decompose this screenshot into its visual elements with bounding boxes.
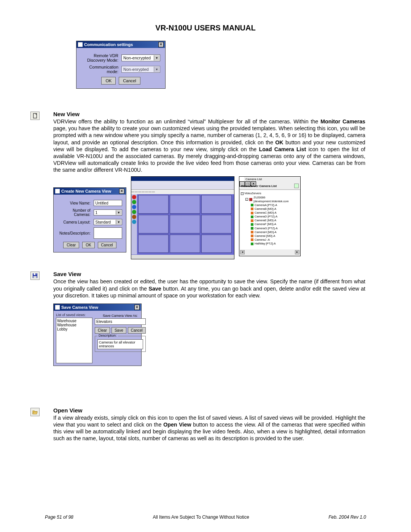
heading-save-view: Save View (53, 271, 365, 277)
paragraph-open-view: If a view already exists, simply click o… (53, 414, 365, 442)
label-num-cameras: Number of Cameras: (57, 208, 91, 217)
camera-label: CameraB [MD]-A (255, 207, 276, 211)
camera-tree-item[interactable]: CameraC [MD]-A (251, 211, 299, 215)
chevron-down-icon[interactable] (154, 67, 159, 72)
dialog-icon (55, 189, 60, 193)
cancel-button[interactable]: Cancel (98, 242, 116, 248)
panel-title: Camera List (245, 177, 262, 181)
select-camera-layout[interactable]: Standard (94, 219, 122, 225)
label-discovery-mode: Remote VDR Discovery Mode: (80, 53, 118, 62)
input-save-as[interactable]: Elevators (95, 318, 146, 325)
dialog-title: Save Camera View (61, 305, 98, 310)
list-item[interactable]: Warehouse (57, 323, 91, 327)
camera-status-icon (251, 231, 253, 233)
camera-tree-item[interactable]: CameraH [MD]-A (251, 230, 299, 234)
dialog-communication-settings: Communication settings × Remote VDR Disc… (76, 41, 166, 89)
dialog-icon (78, 42, 83, 47)
camera-status-icon (251, 238, 253, 241)
label-saved-views-list: List of saved views: (56, 313, 92, 317)
chevron-down-icon[interactable] (116, 210, 121, 215)
dialog-title: Communication settings (84, 42, 133, 47)
camera-status-icon (251, 208, 253, 210)
camera-tree-item[interactable]: CameraE [MD]-A (251, 219, 299, 222)
select-communication-mode[interactable]: Non-enrypted (121, 66, 160, 73)
ok-button[interactable]: OK (82, 242, 94, 248)
camera-label: CameraD [PTZ]-A (255, 215, 277, 219)
label-notes: Notes/Description: (57, 231, 91, 235)
server-icon (249, 198, 253, 201)
camera-label: CameraH [MD]-A (255, 230, 277, 234)
refresh-icon[interactable] (294, 184, 299, 188)
paragraph-save-view: Once the view has been created or edited… (53, 278, 365, 299)
clear-button[interactable]: Clear (95, 327, 110, 334)
list-item[interactable]: Warehouse (57, 319, 91, 323)
close-icon[interactable]: × (158, 42, 164, 47)
select-discovery-mode[interactable]: Non-encrypted (121, 54, 160, 61)
heading-new-view: New View (53, 111, 365, 117)
collapse-icon[interactable]: − (245, 198, 248, 201)
camera-list-header: VideoZerver Camera List (241, 184, 277, 188)
cancel-button[interactable]: Cancel (119, 77, 140, 85)
dialog-save-camera-view: Save Camera View × List of saved views: … (53, 304, 142, 366)
horizontal-scrollbar[interactable]: ◄ ► (240, 250, 299, 254)
camera-tree-item[interactable]: CameraA [PTZ]-A (251, 203, 299, 207)
camera-status-icon (251, 223, 253, 226)
panel-icon (239, 177, 244, 181)
camera-status-icon (251, 216, 253, 218)
scroll-right-icon[interactable]: ► (295, 250, 299, 254)
camera-tree-item[interactable]: CameraF [MD]-A (251, 222, 299, 226)
label-view-name: View Name: (57, 201, 91, 205)
list-item[interactable]: Lobby (57, 327, 91, 331)
listbox-saved-views[interactable]: WarehouseWarehouseLobby (56, 318, 92, 363)
tree-server-label: ZU20006 [development.tridentek.com (253, 196, 299, 203)
textarea-notes[interactable] (94, 227, 122, 239)
select-num-cameras[interactable]: 1 (94, 209, 122, 216)
label-save-as: Save Camera View As: (95, 314, 146, 318)
scroll-left-icon[interactable]: ◄ (240, 250, 245, 254)
camera-label: CameraJ -A (255, 238, 270, 242)
camera-label: CameraF [MD]-A (255, 222, 276, 226)
panel-camera-list: Camera List _ □ × VideoZerver Camera Lis… (239, 176, 301, 256)
camera-status-icon (251, 219, 253, 222)
camera-label: CameraE [MD]-A (255, 219, 276, 222)
clear-button[interactable]: Clear (63, 242, 79, 248)
camera-list-tree[interactable]: − VideoZervers − ZU20006 [development.tr… (240, 190, 299, 249)
tree-root-label: VideoZervers (244, 192, 261, 195)
camera-status-icon (251, 204, 253, 206)
svg-rect-4 (33, 276, 37, 278)
new-view-icon (30, 112, 40, 120)
camera-tree-item[interactable]: CameraD [PTZ]-A (251, 215, 299, 219)
svg-rect-3 (35, 273, 36, 275)
label-description: Description: (97, 334, 118, 337)
multiplexer-preview (131, 176, 234, 259)
input-view-name[interactable]: Untitled (94, 200, 122, 206)
chevron-down-icon[interactable] (116, 220, 121, 224)
open-view-icon (30, 408, 40, 416)
save-button[interactable]: Save (112, 327, 126, 334)
select-value: Non-encrypted (123, 56, 151, 60)
camera-status-icon (251, 212, 253, 214)
footer-page-number: Page 51 of 98 (45, 514, 73, 520)
textarea-description[interactable]: Cameras for all elevator entrances (97, 339, 143, 349)
label-communication-mode: Communication mode: (80, 65, 118, 74)
page-footer: Page 51 of 98 All Items Are Subject To C… (0, 514, 411, 520)
close-icon[interactable]: × (134, 305, 140, 310)
chevron-down-icon[interactable] (154, 55, 159, 61)
close-icon[interactable]: × (119, 189, 124, 194)
titlebar: Communication settings × (76, 41, 165, 48)
camera-tree-item[interactable]: HallWay [PTZ]-A (251, 242, 299, 246)
cancel-button[interactable]: Cancel (128, 327, 146, 334)
camera-tree-item[interactable]: CameraI [MD]-A (251, 234, 299, 238)
camera-label: CameraC [MD]-A (255, 211, 277, 215)
heading-open-view: Open View (53, 407, 365, 414)
paragraph-new-view: VDRView offers the ability to function a… (53, 118, 365, 173)
collapse-icon[interactable]: − (241, 192, 244, 195)
save-view-icon (30, 272, 40, 280)
camera-label: CameraA [PTZ]-A (255, 203, 277, 207)
dialog-icon (55, 305, 60, 310)
camera-tree-item[interactable]: CameraG [PTZ]-A (251, 227, 299, 230)
camera-tree-item[interactable]: CameraJ -A (251, 238, 299, 242)
camera-tree-item[interactable]: CameraB [MD]-A (251, 207, 299, 211)
camera-status-icon (251, 227, 253, 230)
ok-button[interactable]: OK (101, 77, 116, 85)
